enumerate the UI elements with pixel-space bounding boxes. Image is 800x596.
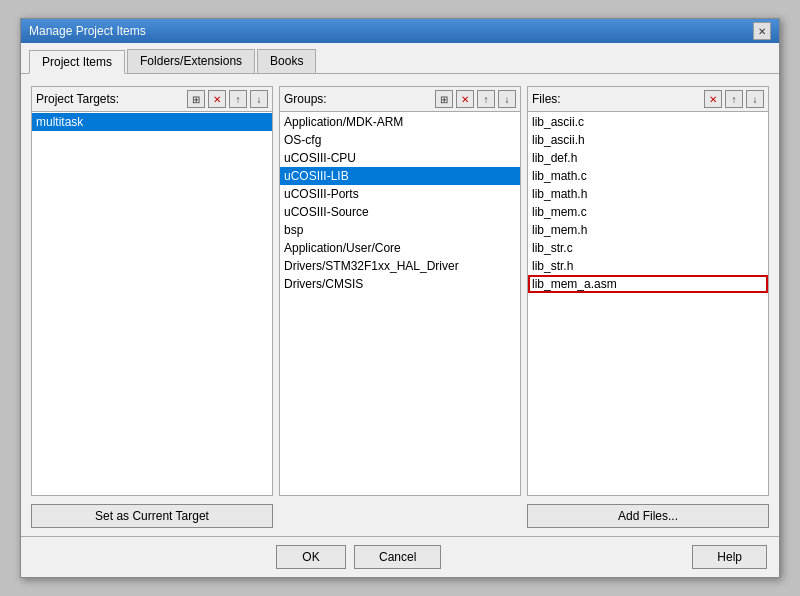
tab-folders-extensions[interactable]: Folders/Extensions	[127, 49, 255, 73]
manage-project-items-dialog: Manage Project Items ✕ Project Items Fol…	[20, 18, 780, 578]
tab-project-items[interactable]: Project Items	[29, 50, 125, 74]
close-button[interactable]: ✕	[753, 22, 771, 40]
files-list: lib_ascii.c lib_ascii.h lib_def.h lib_ma…	[528, 112, 768, 495]
up-icon: ↑	[236, 94, 241, 105]
new-icon: ⊞	[192, 94, 200, 105]
groups-header: Groups: ⊞ ✕ ↑ ↓	[280, 87, 520, 112]
list-item[interactable]: Application/User/Core	[280, 239, 520, 257]
targets-down-button[interactable]: ↓	[250, 90, 268, 108]
list-item[interactable]: Application/MDK-ARM	[280, 113, 520, 131]
list-item[interactable]: lib_str.h	[528, 257, 768, 275]
groups-list: Application/MDK-ARM OS-cfg uCOSIII-CPU u…	[280, 112, 520, 495]
files-panel: Files: ✕ ↑ ↓ lib_ascii.c lib_ascii.h lib…	[527, 86, 769, 496]
list-item[interactable]: lib_ascii.c	[528, 113, 768, 131]
groups-delete-button[interactable]: ✕	[456, 90, 474, 108]
up-icon: ↑	[732, 94, 737, 105]
targets-delete-button[interactable]: ✕	[208, 90, 226, 108]
list-item[interactable]: uCOSIII-LIB	[280, 167, 520, 185]
list-item[interactable]: uCOSIII-Ports	[280, 185, 520, 203]
down-icon: ↓	[257, 94, 262, 105]
targets-title: Project Targets:	[36, 92, 184, 106]
groups-title: Groups:	[284, 92, 432, 106]
panels-row: Project Targets: ⊞ ✕ ↑ ↓ multitask	[31, 86, 769, 496]
list-item[interactable]: OS-cfg	[280, 131, 520, 149]
targets-header: Project Targets: ⊞ ✕ ↑ ↓	[32, 87, 272, 112]
list-item[interactable]: lib_mem.h	[528, 221, 768, 239]
list-item[interactable]: lib_str.c	[528, 239, 768, 257]
groups-up-button[interactable]: ↑	[477, 90, 495, 108]
list-item[interactable]: lib_math.c	[528, 167, 768, 185]
new-icon: ⊞	[440, 94, 448, 105]
project-targets-panel: Project Targets: ⊞ ✕ ↑ ↓ multitask	[31, 86, 273, 496]
targets-list: multitask	[32, 112, 272, 495]
tabs-row: Project Items Folders/Extensions Books	[21, 43, 779, 74]
targets-new-button[interactable]: ⊞	[187, 90, 205, 108]
down-icon: ↓	[505, 94, 510, 105]
cancel-button[interactable]: Cancel	[354, 545, 441, 569]
list-item[interactable]: lib_math.h	[528, 185, 768, 203]
dialog-title: Manage Project Items	[29, 24, 146, 38]
groups-new-button[interactable]: ⊞	[435, 90, 453, 108]
list-item[interactable]: lib_mem.c	[528, 203, 768, 221]
down-icon: ↓	[753, 94, 758, 105]
add-files-button[interactable]: Add Files...	[527, 504, 769, 528]
files-down-button[interactable]: ↓	[746, 90, 764, 108]
ok-button[interactable]: OK	[276, 545, 346, 569]
list-item[interactable]: Drivers/CMSIS	[280, 275, 520, 293]
delete-icon: ✕	[709, 94, 717, 105]
files-up-button[interactable]: ↑	[725, 90, 743, 108]
list-item[interactable]: uCOSIII-CPU	[280, 149, 520, 167]
content-area: Project Targets: ⊞ ✕ ↑ ↓ multitask	[21, 74, 779, 536]
set-current-target-button[interactable]: Set as Current Target	[31, 504, 273, 528]
delete-icon: ✕	[461, 94, 469, 105]
up-icon: ↑	[484, 94, 489, 105]
list-item[interactable]: bsp	[280, 221, 520, 239]
groups-down-button[interactable]: ↓	[498, 90, 516, 108]
dialog-footer: OK Cancel Help	[21, 536, 779, 577]
list-item[interactable]: uCOSIII-Source	[280, 203, 520, 221]
groups-panel: Groups: ⊞ ✕ ↑ ↓ Application/MDK-ARM	[279, 86, 521, 496]
list-item[interactable]: lib_ascii.h	[528, 131, 768, 149]
files-title: Files:	[532, 92, 701, 106]
title-bar: Manage Project Items ✕	[21, 19, 779, 43]
tab-books[interactable]: Books	[257, 49, 316, 73]
files-delete-button[interactable]: ✕	[704, 90, 722, 108]
list-item[interactable]: lib_def.h	[528, 149, 768, 167]
list-item[interactable]: Drivers/STM32F1xx_HAL_Driver	[280, 257, 520, 275]
help-button[interactable]: Help	[692, 545, 767, 569]
delete-icon: ✕	[213, 94, 221, 105]
list-item[interactable]: multitask	[32, 113, 272, 131]
panel-bottom-buttons: Set as Current Target Add Files...	[31, 504, 769, 528]
targets-up-button[interactable]: ↑	[229, 90, 247, 108]
files-header: Files: ✕ ↑ ↓	[528, 87, 768, 112]
list-item-highlighted[interactable]: lib_mem_a.asm	[528, 275, 768, 293]
